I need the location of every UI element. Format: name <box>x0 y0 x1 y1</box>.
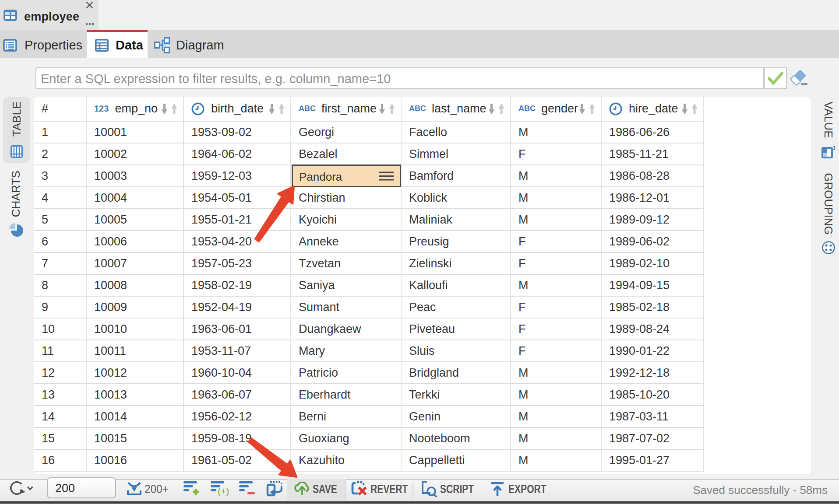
svg-text:(+): (+) <box>218 486 229 496</box>
